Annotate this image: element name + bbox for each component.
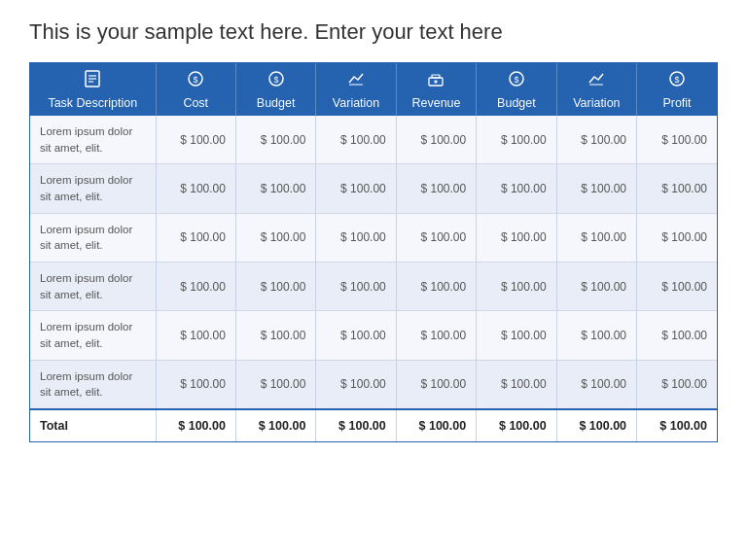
cell-variation1-5: $ 100.00: [316, 360, 396, 409]
cell-budget1-5: $ 100.00: [235, 360, 315, 409]
cell-revenue-1: $ 100.00: [396, 164, 476, 213]
svg-text:$: $: [273, 75, 278, 85]
footer-budget2: $ 100.00: [477, 409, 556, 441]
variation2-icon: [565, 69, 628, 92]
revenue-icon: [405, 69, 468, 92]
cell-budget1-2: $ 100.00: [235, 213, 315, 262]
cell-revenue-3: $ 100.00: [396, 262, 476, 311]
cell-profit-3: $ 100.00: [637, 262, 717, 311]
cell-task-0: Lorem ipsum dolor sit amet, elit.: [30, 116, 156, 164]
col-header-variation1-label: Variation: [324, 96, 387, 110]
cell-budget1-4: $ 100.00: [235, 311, 315, 360]
col-header-variation1: Variation: [316, 63, 396, 116]
cell-budget2-0: $ 100.00: [477, 116, 556, 164]
cell-budget2-1: $ 100.00: [477, 164, 556, 213]
svg-text:$: $: [194, 75, 198, 85]
cell-profit-5: $ 100.00: [637, 360, 717, 409]
cell-task-5: Lorem ipsum dolor sit amet, elit.: [30, 360, 156, 409]
variation1-icon: [324, 69, 387, 92]
cell-task-3: Lorem ipsum dolor sit amet, elit.: [30, 262, 156, 311]
table-row: Lorem ipsum dolor sit amet, elit.$ 100.0…: [30, 164, 717, 213]
cell-revenue-5: $ 100.00: [396, 360, 476, 409]
cell-profit-4: $ 100.00: [637, 311, 717, 360]
col-header-budget1-label: Budget: [244, 96, 307, 110]
cell-budget2-3: $ 100.00: [477, 262, 556, 311]
cell-profit-0: $ 100.00: [637, 116, 717, 164]
cell-task-2: Lorem ipsum dolor sit amet, elit.: [30, 213, 156, 262]
cell-variation2-0: $ 100.00: [556, 116, 636, 164]
cost-icon: $: [164, 69, 228, 92]
cell-variation1-0: $ 100.00: [316, 116, 396, 164]
col-header-revenue: Revenue: [396, 63, 476, 116]
cell-variation2-5: $ 100.00: [556, 360, 636, 409]
footer-cost: $ 100.00: [156, 409, 235, 441]
table-row: Lorem ipsum dolor sit amet, elit.$ 100.0…: [30, 213, 717, 262]
col-header-budget2: $ Budget: [477, 63, 556, 116]
cell-budget1-3: $ 100.00: [235, 262, 315, 311]
col-header-variation2-label: Variation: [565, 96, 628, 110]
cell-budget1-1: $ 100.00: [235, 164, 315, 213]
cell-task-1: Lorem ipsum dolor sit amet, elit.: [30, 164, 156, 213]
col-header-profit-label: Profit: [645, 96, 709, 110]
table-footer-row: Total $ 100.00 $ 100.00 $ 100.00 $ 100.0…: [30, 409, 717, 441]
cell-revenue-0: $ 100.00: [396, 116, 476, 164]
col-header-task: Task Description: [30, 63, 156, 116]
footer-revenue: $ 100.00: [396, 409, 476, 441]
footer-label: Total: [30, 409, 156, 441]
svg-rect-10: [432, 75, 440, 78]
table-row: Lorem ipsum dolor sit amet, elit.$ 100.0…: [30, 262, 717, 311]
table-header-row: Task Description $ Cost: [30, 63, 717, 116]
cell-variation2-1: $ 100.00: [556, 164, 636, 213]
profit-icon: $: [645, 69, 709, 92]
task-icon: [38, 69, 148, 92]
cell-cost-2: $ 100.00: [156, 213, 235, 262]
cell-variation1-3: $ 100.00: [316, 262, 396, 311]
cell-cost-4: $ 100.00: [156, 311, 235, 360]
page-title: This is your sample text here. Enter you…: [29, 19, 503, 45]
svg-text:$: $: [514, 75, 518, 85]
cell-cost-5: $ 100.00: [156, 360, 235, 409]
svg-text:$: $: [675, 75, 680, 85]
col-header-cost-label: Cost: [164, 96, 228, 110]
cell-cost-1: $ 100.00: [156, 164, 235, 213]
cell-variation2-3: $ 100.00: [556, 262, 636, 311]
table-row: Lorem ipsum dolor sit amet, elit.$ 100.0…: [30, 360, 717, 409]
cell-revenue-2: $ 100.00: [396, 213, 476, 262]
footer-budget1: $ 100.00: [235, 409, 315, 441]
cell-variation1-2: $ 100.00: [316, 213, 396, 262]
cell-variation2-4: $ 100.00: [556, 311, 636, 360]
cell-profit-2: $ 100.00: [637, 213, 717, 262]
table-row: Lorem ipsum dolor sit amet, elit.$ 100.0…: [30, 116, 717, 164]
col-header-variation2: Variation: [556, 63, 636, 116]
budget2-icon: $: [484, 69, 548, 92]
cell-variation2-2: $ 100.00: [556, 213, 636, 262]
cell-budget2-2: $ 100.00: [477, 213, 556, 262]
cell-variation1-4: $ 100.00: [316, 311, 396, 360]
cell-budget2-5: $ 100.00: [477, 360, 556, 409]
col-header-cost: $ Cost: [156, 63, 235, 116]
footer-profit: $ 100.00: [637, 409, 717, 441]
cell-profit-1: $ 100.00: [637, 164, 717, 213]
col-header-task-label: Task Description: [38, 96, 148, 110]
col-header-budget2-label: Budget: [484, 96, 548, 110]
cell-revenue-4: $ 100.00: [396, 311, 476, 360]
col-header-budget1: $ Budget: [235, 63, 315, 116]
cell-budget1-0: $ 100.00: [235, 116, 315, 164]
footer-variation2: $ 100.00: [556, 409, 636, 441]
cell-budget2-4: $ 100.00: [477, 311, 556, 360]
cell-variation1-1: $ 100.00: [316, 164, 396, 213]
col-header-profit: $ Profit: [637, 63, 717, 116]
cell-cost-0: $ 100.00: [156, 116, 235, 164]
cell-cost-3: $ 100.00: [156, 262, 235, 311]
col-header-revenue-label: Revenue: [405, 96, 468, 110]
footer-variation1: $ 100.00: [316, 409, 396, 441]
cell-task-4: Lorem ipsum dolor sit amet, elit.: [30, 311, 156, 360]
main-table: Task Description $ Cost: [29, 62, 718, 442]
budget1-icon: $: [244, 69, 307, 92]
table-row: Lorem ipsum dolor sit amet, elit.$ 100.0…: [30, 311, 717, 360]
